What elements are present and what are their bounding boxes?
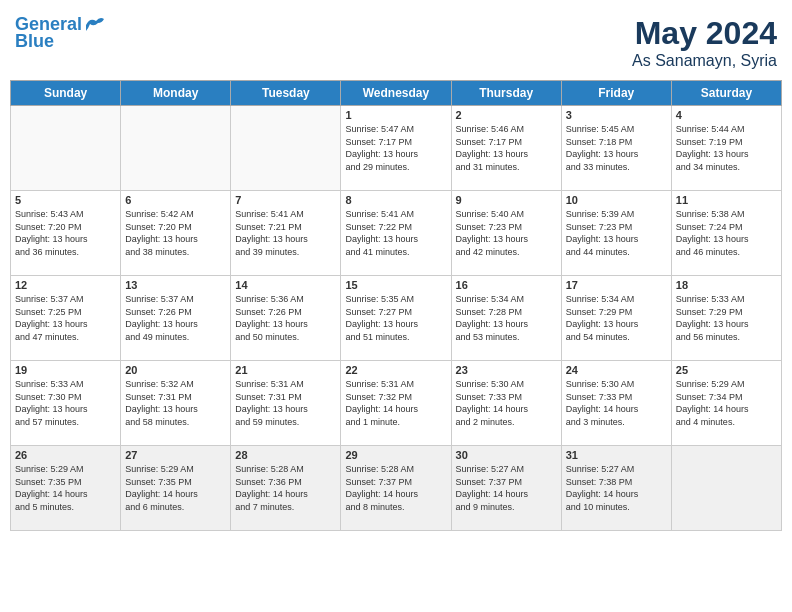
logo-bird-icon [84,15,106,33]
day-info: Sunrise: 5:42 AMSunset: 7:20 PMDaylight:… [125,208,226,258]
day-number: 4 [676,109,777,121]
day-number: 30 [456,449,557,461]
calendar-cell: 17Sunrise: 5:34 AMSunset: 7:29 PMDayligh… [561,276,671,361]
day-number: 11 [676,194,777,206]
calendar-cell: 8Sunrise: 5:41 AMSunset: 7:22 PMDaylight… [341,191,451,276]
calendar-cell: 31Sunrise: 5:27 AMSunset: 7:38 PMDayligh… [561,446,671,531]
day-number: 1 [345,109,446,121]
day-number: 20 [125,364,226,376]
calendar-cell: 14Sunrise: 5:36 AMSunset: 7:26 PMDayligh… [231,276,341,361]
calendar-cell: 27Sunrise: 5:29 AMSunset: 7:35 PMDayligh… [121,446,231,531]
calendar-cell [671,446,781,531]
day-info: Sunrise: 5:40 AMSunset: 7:23 PMDaylight:… [456,208,557,258]
day-number: 14 [235,279,336,291]
calendar-cell: 26Sunrise: 5:29 AMSunset: 7:35 PMDayligh… [11,446,121,531]
day-info: Sunrise: 5:31 AMSunset: 7:31 PMDaylight:… [235,378,336,428]
day-info: Sunrise: 5:46 AMSunset: 7:17 PMDaylight:… [456,123,557,173]
calendar-cell: 6Sunrise: 5:42 AMSunset: 7:20 PMDaylight… [121,191,231,276]
calendar-cell: 1Sunrise: 5:47 AMSunset: 7:17 PMDaylight… [341,106,451,191]
weekday-header-thursday: Thursday [451,81,561,106]
day-number: 2 [456,109,557,121]
day-info: Sunrise: 5:33 AMSunset: 7:29 PMDaylight:… [676,293,777,343]
day-number: 3 [566,109,667,121]
weekday-header-wednesday: Wednesday [341,81,451,106]
day-number: 17 [566,279,667,291]
calendar-title: May 2024 [632,15,777,52]
calendar-cell: 3Sunrise: 5:45 AMSunset: 7:18 PMDaylight… [561,106,671,191]
day-info: Sunrise: 5:28 AMSunset: 7:36 PMDaylight:… [235,463,336,513]
day-info: Sunrise: 5:38 AMSunset: 7:24 PMDaylight:… [676,208,777,258]
day-info: Sunrise: 5:27 AMSunset: 7:37 PMDaylight:… [456,463,557,513]
day-number: 5 [15,194,116,206]
day-number: 8 [345,194,446,206]
day-info: Sunrise: 5:36 AMSunset: 7:26 PMDaylight:… [235,293,336,343]
day-info: Sunrise: 5:33 AMSunset: 7:30 PMDaylight:… [15,378,116,428]
weekday-header-saturday: Saturday [671,81,781,106]
calendar-cell: 30Sunrise: 5:27 AMSunset: 7:37 PMDayligh… [451,446,561,531]
day-info: Sunrise: 5:37 AMSunset: 7:26 PMDaylight:… [125,293,226,343]
day-number: 29 [345,449,446,461]
day-number: 9 [456,194,557,206]
day-number: 13 [125,279,226,291]
day-info: Sunrise: 5:41 AMSunset: 7:21 PMDaylight:… [235,208,336,258]
day-number: 31 [566,449,667,461]
calendar-subtitle: As Sanamayn, Syria [632,52,777,70]
calendar-cell: 24Sunrise: 5:30 AMSunset: 7:33 PMDayligh… [561,361,671,446]
day-number: 26 [15,449,116,461]
calendar-cell: 7Sunrise: 5:41 AMSunset: 7:21 PMDaylight… [231,191,341,276]
day-number: 18 [676,279,777,291]
day-info: Sunrise: 5:29 AMSunset: 7:34 PMDaylight:… [676,378,777,428]
day-info: Sunrise: 5:34 AMSunset: 7:28 PMDaylight:… [456,293,557,343]
day-number: 28 [235,449,336,461]
calendar-cell: 29Sunrise: 5:28 AMSunset: 7:37 PMDayligh… [341,446,451,531]
weekday-header-sunday: Sunday [11,81,121,106]
calendar-cell: 15Sunrise: 5:35 AMSunset: 7:27 PMDayligh… [341,276,451,361]
weekday-header-monday: Monday [121,81,231,106]
calendar-cell: 22Sunrise: 5:31 AMSunset: 7:32 PMDayligh… [341,361,451,446]
calendar-cell [231,106,341,191]
day-number: 24 [566,364,667,376]
calendar-cell: 11Sunrise: 5:38 AMSunset: 7:24 PMDayligh… [671,191,781,276]
calendar-cell: 5Sunrise: 5:43 AMSunset: 7:20 PMDaylight… [11,191,121,276]
day-number: 16 [456,279,557,291]
calendar-cell: 28Sunrise: 5:28 AMSunset: 7:36 PMDayligh… [231,446,341,531]
day-number: 19 [15,364,116,376]
calendar-cell: 12Sunrise: 5:37 AMSunset: 7:25 PMDayligh… [11,276,121,361]
day-info: Sunrise: 5:47 AMSunset: 7:17 PMDaylight:… [345,123,446,173]
day-number: 23 [456,364,557,376]
day-number: 7 [235,194,336,206]
title-block: May 2024 As Sanamayn, Syria [632,15,777,70]
calendar-cell: 19Sunrise: 5:33 AMSunset: 7:30 PMDayligh… [11,361,121,446]
day-number: 6 [125,194,226,206]
day-number: 22 [345,364,446,376]
day-info: Sunrise: 5:37 AMSunset: 7:25 PMDaylight:… [15,293,116,343]
calendar-cell: 20Sunrise: 5:32 AMSunset: 7:31 PMDayligh… [121,361,231,446]
day-info: Sunrise: 5:28 AMSunset: 7:37 PMDaylight:… [345,463,446,513]
calendar-cell [11,106,121,191]
calendar-cell: 10Sunrise: 5:39 AMSunset: 7:23 PMDayligh… [561,191,671,276]
day-info: Sunrise: 5:44 AMSunset: 7:19 PMDaylight:… [676,123,777,173]
day-number: 25 [676,364,777,376]
calendar-cell: 23Sunrise: 5:30 AMSunset: 7:33 PMDayligh… [451,361,561,446]
day-info: Sunrise: 5:27 AMSunset: 7:38 PMDaylight:… [566,463,667,513]
day-number: 21 [235,364,336,376]
calendar-cell: 4Sunrise: 5:44 AMSunset: 7:19 PMDaylight… [671,106,781,191]
weekday-header-friday: Friday [561,81,671,106]
calendar-cell: 25Sunrise: 5:29 AMSunset: 7:34 PMDayligh… [671,361,781,446]
day-info: Sunrise: 5:39 AMSunset: 7:23 PMDaylight:… [566,208,667,258]
day-info: Sunrise: 5:45 AMSunset: 7:18 PMDaylight:… [566,123,667,173]
day-info: Sunrise: 5:31 AMSunset: 7:32 PMDaylight:… [345,378,446,428]
logo: General Blue [15,15,106,52]
calendar-cell: 2Sunrise: 5:46 AMSunset: 7:17 PMDaylight… [451,106,561,191]
page-header: General Blue May 2024 As Sanamayn, Syria [10,10,782,70]
calendar-cell: 16Sunrise: 5:34 AMSunset: 7:28 PMDayligh… [451,276,561,361]
day-info: Sunrise: 5:30 AMSunset: 7:33 PMDaylight:… [456,378,557,428]
day-info: Sunrise: 5:29 AMSunset: 7:35 PMDaylight:… [125,463,226,513]
calendar-cell: 18Sunrise: 5:33 AMSunset: 7:29 PMDayligh… [671,276,781,361]
day-number: 27 [125,449,226,461]
day-number: 10 [566,194,667,206]
weekday-header-tuesday: Tuesday [231,81,341,106]
calendar-cell: 9Sunrise: 5:40 AMSunset: 7:23 PMDaylight… [451,191,561,276]
day-number: 12 [15,279,116,291]
day-info: Sunrise: 5:29 AMSunset: 7:35 PMDaylight:… [15,463,116,513]
